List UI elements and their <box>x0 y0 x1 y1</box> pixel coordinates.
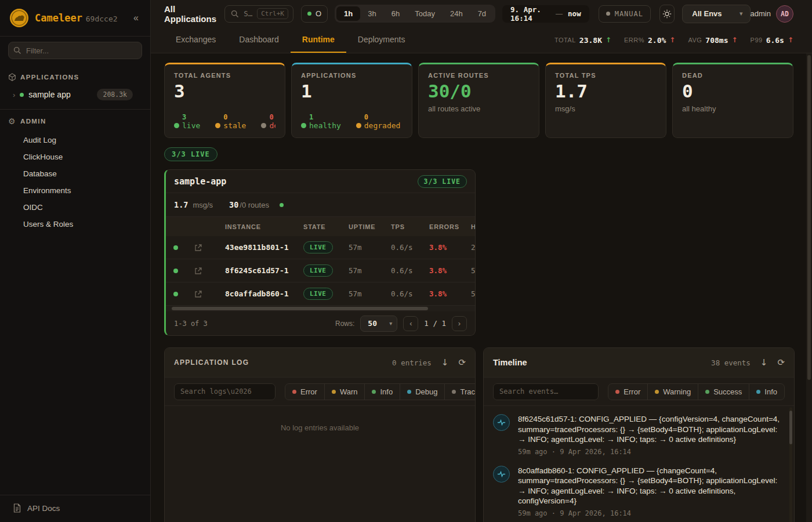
online-status-button[interactable]: O <box>301 5 328 23</box>
instance-table-header: INSTANCE STATE UPTIME TPS ERRORS H <box>166 217 475 236</box>
sidebar-item-database[interactable]: Database <box>0 165 150 182</box>
health-dot <box>280 203 284 207</box>
topbar: All Applications S… Ctrl+K O 1h 3h 6h To… <box>151 0 812 27</box>
filter-info[interactable]: Info <box>364 383 400 400</box>
time-range-6h[interactable]: 6h <box>384 6 407 21</box>
event-message: 8f6245c61d57-1: CONFIG_APPLIED — {config… <box>518 414 781 445</box>
manual-refresh-toggle[interactable]: MANUAL <box>599 5 651 23</box>
arrow-up-icon: ↑ <box>788 36 793 44</box>
download-icon[interactable]: ↓ <box>441 357 449 368</box>
instance-row[interactable]: 8c0affadb860-1 LIVE 57m 0.6/s 3.8% 5 <box>166 282 475 306</box>
card-total-agents: TOTAL AGENTS 3 3 live <box>164 63 285 138</box>
timeline-scrollbar[interactable] <box>789 407 792 522</box>
state-badge: LIVE <box>303 288 333 300</box>
next-page-button[interactable]: › <box>452 316 467 331</box>
horizontal-scrollbar-thumb[interactable] <box>172 307 428 310</box>
state-badge: LIVE <box>303 241 333 253</box>
filter-error[interactable]: Error <box>285 383 325 400</box>
level-dot <box>705 390 709 394</box>
tab-runtime[interactable]: Runtime <box>291 27 346 53</box>
sidebar-item-environments[interactable]: Environments <box>0 182 150 199</box>
sidebar-filter-input[interactable] <box>8 42 142 59</box>
sidebar-item-oidc[interactable]: OIDC <box>0 199 150 216</box>
filter-error[interactable]: Error <box>608 383 648 400</box>
top-stats: TOTAL 23.8K ↑ ERR% 2.0% ↑ AVG 708ms ↑ P9… <box>554 27 793 53</box>
sidebar-item-clickhouse[interactable]: ClickHouse <box>0 148 150 165</box>
time-range-3h[interactable]: 3h <box>360 6 383 21</box>
stat-avg: AVG 708ms ↑ <box>688 36 737 45</box>
filter-debug[interactable]: Debug <box>400 383 445 400</box>
instance-status-dot <box>173 292 178 296</box>
log-panel-title: APPLICATION LOG <box>174 358 249 367</box>
time-range-today[interactable]: Today <box>407 6 443 21</box>
admin-section-label: ADMIN <box>20 118 46 125</box>
date-to: now <box>568 9 581 18</box>
tab-deployments[interactable]: Deployments <box>346 27 417 53</box>
log-empty-state: No log entries available <box>165 423 475 432</box>
event-message: 8c0affadb860-1: CONFIG_APPLIED — {change… <box>518 466 781 506</box>
avatar[interactable]: AD <box>776 5 793 23</box>
tab-dashboard[interactable]: Dashboard <box>227 27 291 53</box>
instance-row[interactable]: 8f6245c61d57-1 LIVE 57m 0.6/s 3.8% 5 <box>166 259 475 282</box>
level-dot <box>292 390 296 394</box>
brand[interactable]: Cameleer 69dcce2 « <box>0 0 150 36</box>
app-root: Cameleer 69dcce2 « APPLICAT <box>0 0 812 522</box>
card-stat: 3 live <box>174 114 200 130</box>
level-dot <box>452 390 456 394</box>
applications-section-header: APPLICATIONS <box>0 66 150 85</box>
timeline-scrollbar-thumb[interactable] <box>789 411 792 444</box>
time-range-24h[interactable]: 24h <box>443 6 470 21</box>
refresh-icon[interactable]: ⟳ <box>458 357 466 368</box>
filter-warning[interactable]: Warning <box>647 383 698 400</box>
env-selected-value: All Envs <box>692 9 722 18</box>
external-link-icon[interactable] <box>186 267 211 275</box>
tab-exchanges[interactable]: Exchanges <box>164 27 227 53</box>
timeline-event: 8c0affadb860-1: CONFIG_APPLIED — {change… <box>493 466 781 517</box>
card-stat: 0 stale <box>215 114 246 130</box>
manual-dot <box>606 12 610 16</box>
timeline-search-input[interactable] <box>493 383 599 400</box>
cube-icon <box>8 73 16 81</box>
page-scrollbar-thumb[interactable] <box>807 55 811 380</box>
search-icon <box>231 10 239 18</box>
env-select[interactable]: All Envs ▾ <box>682 5 750 23</box>
time-range-7d[interactable]: 7d <box>470 6 494 21</box>
timeline-event: 8f6245c61d57-1: CONFIG_APPLIED — {config… <box>493 414 781 456</box>
level-dot <box>332 390 336 394</box>
filter-trace[interactable]: Trace <box>444 383 476 400</box>
sidebar-item-users-roles[interactable]: Users & Roles <box>0 216 150 233</box>
chevron-down-icon: ▾ <box>740 10 743 17</box>
sidebar-collapse-icon[interactable]: « <box>130 12 142 24</box>
log-search-input[interactable] <box>174 383 276 400</box>
refresh-icon[interactable]: ⟳ <box>777 357 785 368</box>
search-shortcut: Ctrl+K <box>257 8 288 19</box>
filter-info[interactable]: Info <box>749 383 785 400</box>
prev-page-button[interactable]: ‹ <box>403 316 418 331</box>
page-scrollbar[interactable] <box>806 53 812 522</box>
status-dot <box>301 123 306 128</box>
card-stat: 0 degraded <box>356 114 401 130</box>
external-link-icon[interactable] <box>186 290 211 298</box>
date-range-picker[interactable]: 9. Apr. 16:14 — now <box>502 5 589 23</box>
sidebar-item-audit-log[interactable]: Audit Log <box>0 132 150 148</box>
event-timestamp: 59m ago · 9 Apr 2026, 16:14 <box>518 448 781 456</box>
api-docs-link[interactable]: API Docs <box>0 495 150 522</box>
date-from: 9. Apr. 16:14 <box>510 5 550 23</box>
filter-warn[interactable]: Warn <box>324 383 365 400</box>
rows-per-page-select[interactable]: 50 ▾ <box>360 316 397 332</box>
instance-row[interactable]: 43ee9811b801-1 LIVE 57m 0.6/s 3.8% 2 <box>166 236 475 259</box>
download-icon[interactable]: ↓ <box>760 357 768 368</box>
application-panel-header[interactable]: sample-app 3/3 LIVE <box>166 170 475 193</box>
status-dot <box>356 123 361 128</box>
instance-status-dot <box>173 269 178 273</box>
global-search-button[interactable]: S… Ctrl+K <box>224 5 293 23</box>
time-range-1h[interactable]: 1h <box>336 6 360 21</box>
filter-success[interactable]: Success <box>698 383 749 400</box>
card-stat: 0 dead <box>261 114 276 130</box>
theme-toggle-button[interactable] <box>659 5 675 23</box>
external-link-icon[interactable] <box>186 244 211 252</box>
sidebar-item-sample-app[interactable]: › sample app 208.3k <box>0 85 150 104</box>
application-live-badge: 3/3 LIVE <box>418 175 467 188</box>
online-dot <box>307 12 311 16</box>
horizontal-scrollbar[interactable] <box>166 306 475 311</box>
